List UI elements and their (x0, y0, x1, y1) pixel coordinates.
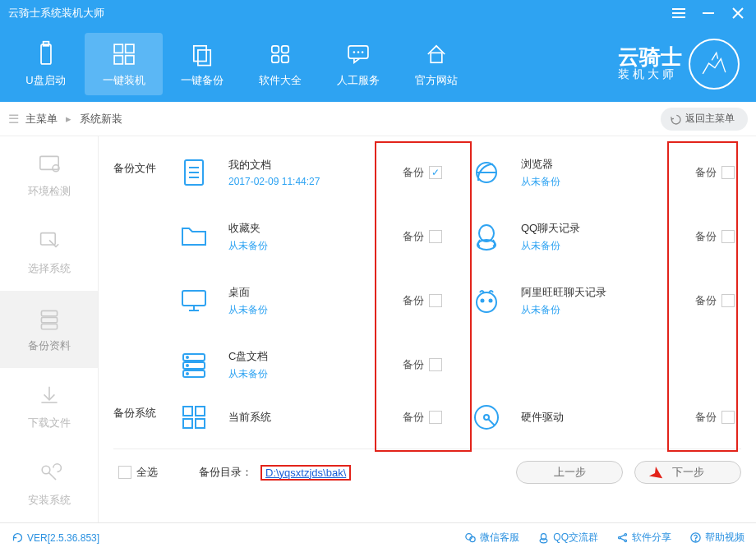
item-favorites: 收藏夹从未备份 备份 (176, 212, 449, 261)
svg-point-66 (695, 540, 696, 541)
titlebar: 云骑士系统装机大师 (0, 0, 756, 26)
checkbox-icon[interactable] (429, 230, 442, 243)
window-title: 云骑士系统装机大师 (8, 6, 669, 21)
sidebar-item-backup-data[interactable]: 备份资料 (0, 291, 98, 368)
back-arrow-icon (669, 113, 682, 126)
backup-path-label: 备份目录： (199, 465, 252, 480)
window-controls (669, 3, 748, 23)
svg-point-47 (187, 365, 188, 366)
svg-rect-27 (41, 317, 57, 322)
checkbox-icon[interactable] (429, 294, 442, 307)
backup-toggle-drivers[interactable]: 备份 (695, 410, 735, 425)
ie-icon (468, 154, 505, 191)
backup-toggle-my-documents[interactable]: 备份 (403, 165, 442, 180)
svg-rect-11 (125, 56, 133, 64)
breadcrumb-root[interactable]: 主菜单 (25, 112, 58, 126)
breadcrumb: ☰ 主菜单 ▸ 系统新装 返回主菜单 (0, 102, 756, 136)
close-icon[interactable] (728, 3, 748, 23)
nav-one-click-install[interactable]: 一键装机 (85, 33, 163, 95)
backup-toggle-desktop[interactable]: 备份 (403, 293, 442, 308)
svg-rect-23 (39, 156, 58, 169)
footer: VER[2.5.36.853] 微信客服 QQ交流群 软件分享 帮助视频 (0, 522, 756, 552)
checkbox-icon[interactable] (721, 230, 735, 243)
svg-rect-51 (183, 419, 192, 428)
backup-system-grid: 当前系统 备份 硬件驱动 备份 (176, 393, 741, 442)
nav-usb-boot[interactable]: U盘启动 (7, 33, 85, 95)
backup-toggle-cdrive[interactable]: 备份 (403, 357, 442, 372)
svg-line-63 (620, 535, 625, 537)
checkbox-icon[interactable] (721, 294, 735, 307)
select-all-checkbox[interactable]: 全选 (118, 465, 158, 480)
section-backup-system-label: 备份系统 (113, 393, 176, 421)
nav-support[interactable]: 人工服务 (319, 33, 397, 95)
footer-help-video[interactable]: 帮助视频 (689, 531, 744, 545)
list-icon: ☰ (8, 112, 19, 126)
svg-rect-52 (196, 419, 205, 428)
sidebar-item-install[interactable]: 安装系统 (0, 445, 98, 522)
prev-step-button[interactable]: 上一步 (516, 461, 623, 484)
item-browser: 浏览器从未备份 备份 (468, 148, 741, 197)
backup-path-link[interactable]: D:\yqsxtzjds\bak\ (265, 467, 346, 479)
svg-rect-8 (114, 44, 122, 53)
svg-rect-9 (125, 44, 133, 53)
menu-icon[interactable] (669, 3, 689, 23)
checkbox-icon[interactable] (721, 411, 735, 424)
svg-rect-37 (182, 291, 205, 306)
svg-rect-12 (193, 46, 205, 62)
svg-rect-6 (41, 44, 51, 64)
footer-qq-group[interactable]: QQ交流群 (537, 531, 598, 545)
top-nav: U盘启动 一键装机 一键备份 软件大全 人工服务 官方网站 云骑士 装机大师 (0, 26, 756, 102)
qq-icon (537, 531, 550, 544)
sidebar: 环境检测 选择系统 备份资料 下载文件 安装系统 (0, 136, 99, 522)
monitor-icon (176, 283, 212, 319)
svg-point-41 (482, 300, 484, 302)
footer-share[interactable]: 软件分享 (616, 531, 671, 545)
windows-icon (176, 399, 212, 435)
backup-toggle-qq[interactable]: 备份 (695, 229, 735, 244)
svg-point-62 (625, 540, 627, 542)
breadcrumb-current: 系统新装 (80, 112, 122, 126)
item-my-documents: 我的文档2017-02-09 11:44:27 备份 (176, 148, 449, 197)
sidebar-item-select-system[interactable]: 选择系统 (0, 214, 98, 291)
checkbox-icon[interactable] (429, 166, 442, 179)
backup-toggle-current-system[interactable]: 备份 (403, 410, 442, 425)
nav-software[interactable]: 软件大全 (241, 33, 319, 95)
main-area: 环境检测 选择系统 备份资料 下载文件 安装系统 备份文件 我的文档201 (0, 136, 756, 522)
checkbox-icon[interactable] (429, 411, 442, 424)
checkbox-icon[interactable] (429, 358, 442, 371)
svg-line-55 (488, 419, 495, 426)
svg-rect-13 (197, 50, 210, 66)
checkbox-icon[interactable] (118, 466, 131, 479)
checkbox-icon[interactable] (721, 166, 735, 179)
svg-rect-26 (41, 310, 57, 315)
svg-point-61 (625, 534, 627, 536)
return-main-menu-button[interactable]: 返回主菜单 (661, 108, 748, 131)
svg-rect-10 (114, 56, 122, 64)
svg-point-19 (353, 51, 355, 53)
document-icon (176, 154, 212, 191)
item-desktop: 桌面从未备份 备份 (176, 276, 449, 325)
next-step-button[interactable]: 下一步 (634, 461, 741, 484)
minimize-icon[interactable] (698, 3, 718, 23)
harddrive-icon (468, 399, 505, 435)
backup-toggle-favorites[interactable]: 备份 (403, 229, 442, 244)
help-icon (689, 531, 702, 544)
knight-icon (689, 39, 740, 90)
sidebar-item-download[interactable]: 下载文件 (0, 368, 98, 445)
backup-toggle-aliwangwang[interactable]: 备份 (695, 293, 735, 308)
bottom-controls: 全选 备份目录： D:\yqsxtzjds\bak\ 上一步 下一步 (113, 458, 741, 484)
sidebar-item-env-check[interactable]: 环境检测 (0, 136, 98, 214)
footer-wechat[interactable]: 微信客服 (464, 531, 519, 545)
backup-files-grid: 我的文档2017-02-09 11:44:27 备份 浏览器从未备份 备份 收藏… (176, 148, 741, 389)
svg-point-42 (490, 300, 492, 302)
nav-one-click-backup[interactable]: 一键备份 (163, 33, 241, 95)
wechat-icon (464, 531, 477, 544)
svg-point-20 (357, 51, 359, 53)
backup-toggle-browser[interactable]: 备份 (695, 165, 735, 180)
qq-icon (468, 218, 505, 255)
refresh-icon (12, 531, 24, 544)
item-cdrive-docs: C盘文档从未备份 备份 (176, 340, 449, 389)
item-current-system: 当前系统 备份 (176, 393, 449, 442)
version-label[interactable]: VER[2.5.36.853] (12, 531, 99, 544)
nav-website[interactable]: 官方网站 (397, 33, 475, 95)
